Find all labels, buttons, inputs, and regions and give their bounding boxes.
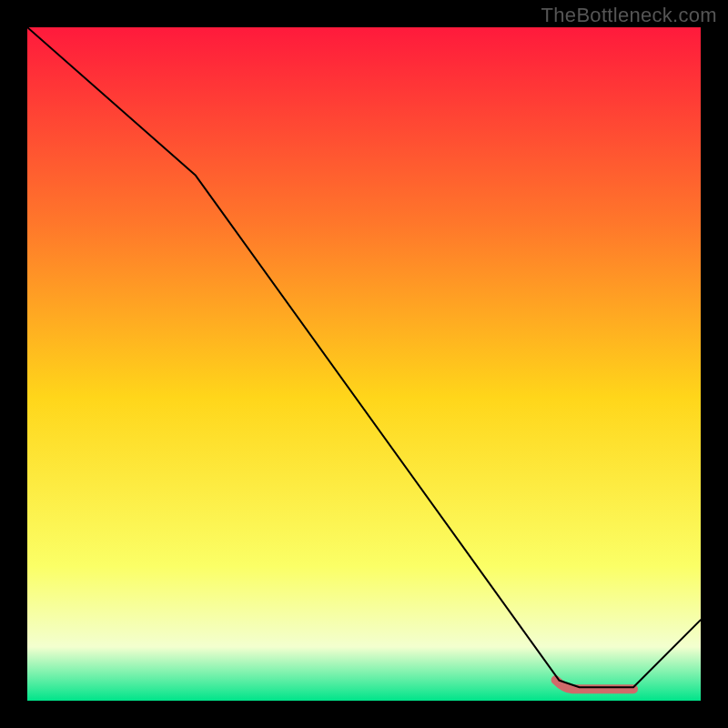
chart-frame: TheBottleneck.com bbox=[0, 0, 728, 728]
plot-area bbox=[27, 27, 701, 701]
chart-svg bbox=[27, 27, 701, 701]
gradient-background bbox=[27, 27, 701, 701]
watermark-text: TheBottleneck.com bbox=[541, 4, 717, 27]
